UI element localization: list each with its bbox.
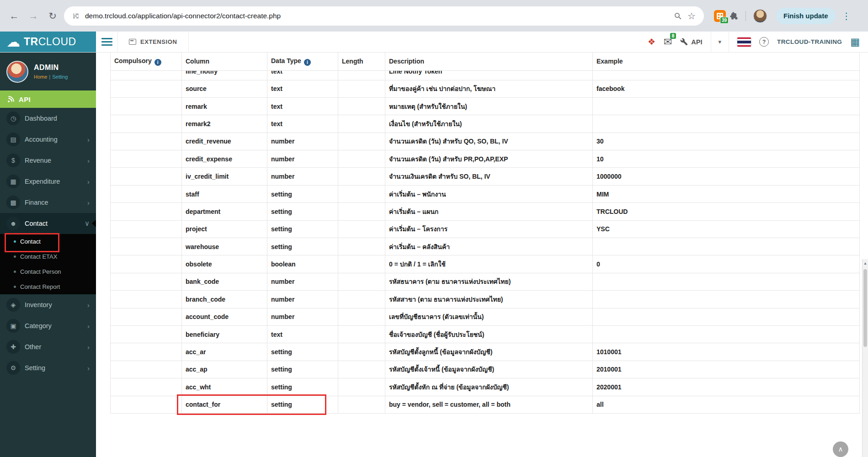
contact-icon: ☻ — [6, 217, 20, 230]
cell-example — [593, 325, 860, 343]
sidebar-item-expenditure[interactable]: ▦Expenditure› — [0, 171, 96, 192]
cell-column: beneficiary — [182, 325, 267, 343]
cell-compulsory — [111, 203, 182, 220]
cell-column: branch_code — [182, 291, 267, 308]
sidebar-toggle-button[interactable] — [96, 32, 118, 52]
sidebar-item-label: Dashboard — [25, 115, 57, 122]
site-settings-icon[interactable] — [72, 12, 80, 20]
window-icon — [129, 39, 136, 45]
browser-profile-avatar[interactable] — [753, 9, 767, 23]
sidebar-item-label: Inventory — [25, 301, 52, 308]
wrench-icon — [680, 38, 688, 46]
subitem-label: Contact ETAX — [20, 253, 57, 260]
cell-type: number — [267, 150, 338, 168]
user-name: ADMIN — [34, 64, 68, 72]
sidebar-item-revenue[interactable]: $Revenue› — [0, 150, 96, 171]
cell-length — [338, 378, 385, 396]
sidebar-item-api[interactable]: API — [0, 90, 96, 108]
cell-compulsory — [111, 378, 182, 396]
sidebar: ADMIN Home|Setting API ◷Dashboard▤Accoun… — [0, 53, 96, 457]
finance-icon: ▩ — [6, 196, 20, 209]
dropdown-caret-button[interactable]: ▾ — [711, 32, 730, 52]
sidebar-item-contact[interactable]: ☻Contact∨ — [0, 213, 96, 234]
cell-length — [338, 70, 385, 80]
cell-compulsory — [111, 80, 182, 97]
api-menu-button[interactable]: API — [680, 38, 702, 46]
building-icon[interactable]: ▦ — [850, 37, 860, 47]
forward-icon[interactable]: → — [26, 8, 41, 24]
cell-compulsory — [111, 325, 182, 343]
logo-text: TRCLOUD — [24, 36, 76, 48]
cell-column: project — [182, 220, 267, 238]
table-row: account_codenumberเลขที่บัญชีธนาคาร (ตัว… — [111, 308, 860, 325]
extensions-puzzle-icon[interactable] — [730, 11, 738, 20]
sidebar-item-inventory[interactable]: ◈Inventory› — [0, 294, 96, 315]
header-right-icons: ❖ ✉ 8 API ▾ ? TRCLOUD-TRAINING ▦ — [648, 32, 868, 52]
company-name: TRCLOUD-TRAINING — [777, 38, 842, 45]
url-input[interactable]: demo.trcloud.co/application/api-connecto… — [85, 12, 668, 20]
sidebar-item-finance[interactable]: ▩Finance› — [0, 192, 96, 213]
user-avatar[interactable] — [6, 61, 28, 83]
table-row: branch_codenumberรหัสสาขา (ตาม ธนาคารแห่… — [111, 291, 860, 308]
sidebar-item-other[interactable]: ✚Other› — [0, 336, 96, 357]
subitem-label: Contact Person — [20, 268, 61, 275]
cell-compulsory — [111, 308, 182, 325]
bullet-icon — [14, 271, 16, 273]
rooster-icon[interactable]: ❖ — [648, 37, 655, 47]
setting-link[interactable]: Setting — [52, 74, 68, 80]
cell-example — [593, 273, 860, 290]
cell-compulsory — [111, 70, 182, 80]
sidebar-subitem-contact-report[interactable]: Contact Report — [0, 279, 96, 294]
extension-tab[interactable]: EXTENSION — [118, 32, 189, 52]
cell-description: รหัสบัญชีตั้งหัก ณ ที่จ่าย (ข้อมูลจากผัง… — [385, 378, 593, 396]
sidebar-item-accounting[interactable]: ▤Accounting› — [0, 129, 96, 150]
back-icon[interactable]: ← — [6, 8, 22, 24]
page-scrollbar[interactable]: ▴ — [862, 259, 868, 457]
help-icon[interactable]: ? — [759, 37, 769, 47]
cell-column: bank_code — [182, 273, 267, 290]
finish-update-button[interactable]: Finish update — [776, 8, 836, 24]
table-row: sourcetextที่มาของคู่ค้า เช่น ปากต่อปาก,… — [111, 80, 860, 97]
browser-menu-icon[interactable]: ⋮ — [842, 11, 851, 21]
trcloud-logo[interactable]: ☁ TRCLOUD — [0, 32, 96, 52]
table-row: remarktextหมายเหตุ (สำหรับใช้ภายใน) — [111, 97, 860, 115]
sidebar-item-dashboard[interactable]: ◷Dashboard — [0, 108, 96, 129]
sidebar-subitem-contact-person[interactable]: Contact Person — [0, 264, 96, 279]
table-row: acc_whtsettingรหัสบัญชีตั้งหัก ณ ที่จ่าย… — [111, 378, 860, 396]
cell-compulsory — [111, 97, 182, 115]
cell-type: number — [267, 168, 338, 185]
scrollbar-thumb[interactable] — [863, 269, 867, 347]
bookmark-star-icon[interactable]: ☆ — [687, 11, 696, 21]
extension-39-icon[interactable]: 39 — [714, 10, 726, 22]
inbox-button[interactable]: ✉ 8 — [664, 36, 672, 48]
cell-length — [338, 396, 385, 413]
cell-length — [338, 361, 385, 378]
scrollbar-up-icon[interactable]: ▴ — [863, 260, 868, 266]
url-bar[interactable]: demo.trcloud.co/application/api-connecto… — [64, 6, 704, 26]
thai-flag-icon[interactable] — [737, 37, 751, 47]
cell-description: Line Notify Token — [385, 70, 593, 80]
sidebar-item-category[interactable]: ▣Category› — [0, 315, 96, 336]
sidebar-item-label: Category — [25, 322, 52, 329]
sidebar-subitem-contact[interactable]: Contact — [0, 234, 96, 249]
active-marker-icon — [92, 220, 96, 227]
info-icon[interactable]: i — [154, 59, 161, 66]
cell-compulsory — [111, 150, 182, 168]
sidebar-item-label: Other — [25, 343, 41, 351]
scroll-to-top-button[interactable]: ∧ — [833, 441, 848, 457]
search-icon[interactable] — [674, 12, 682, 20]
cell-compulsory — [111, 291, 182, 308]
home-link[interactable]: Home — [34, 74, 47, 80]
info-icon[interactable]: i — [304, 59, 311, 66]
table-row: warehousesettingค่าเริ่มต้น – คลังสินค้า — [111, 238, 860, 255]
cell-column: obsolete — [182, 255, 267, 273]
sidebar-item-setting[interactable]: ⚙Setting› — [0, 357, 96, 378]
cell-type: setting — [267, 220, 338, 238]
cell-compulsory — [111, 361, 182, 378]
reload-icon[interactable]: ↻ — [45, 8, 60, 24]
cell-length — [338, 97, 385, 115]
cell-description: ค่าเริ่มต้น – แผนก — [385, 203, 593, 220]
sidebar-subitem-contact-etax[interactable]: Contact ETAX — [0, 249, 96, 264]
cell-type: boolean — [267, 255, 338, 273]
cell-length — [338, 168, 385, 185]
